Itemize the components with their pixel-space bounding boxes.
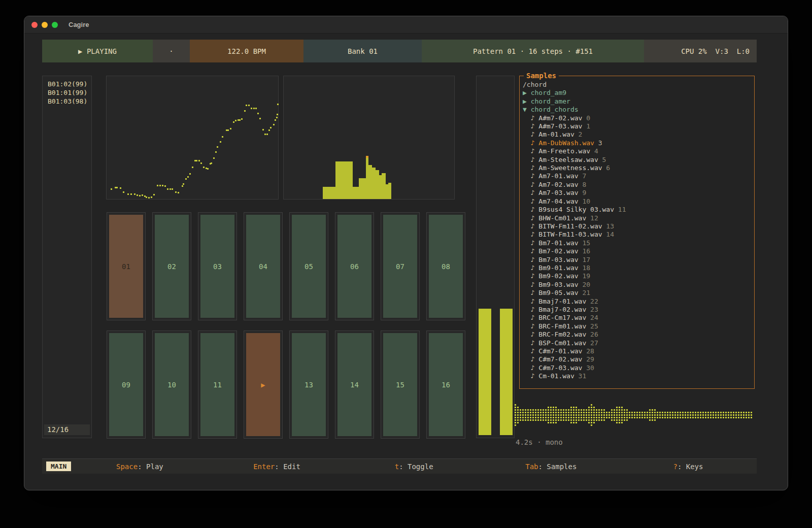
waveform-dot (629, 412, 630, 413)
scatter-dot (196, 160, 197, 161)
samples-folder-row[interactable]: ▼ chord_chords (523, 106, 754, 114)
minimize-window-button[interactable] (42, 22, 48, 28)
waveform-dot (652, 414, 653, 416)
scatter-dot (270, 127, 272, 128)
waveform-dot (543, 417, 544, 418)
close-window-button[interactable] (31, 22, 38, 28)
samples-file-row[interactable]: ♪ Am-Freeto.wav 4 (523, 147, 754, 155)
samples-file-row[interactable]: ♪ B9sus4 Silky 03.wav 11 (523, 206, 754, 214)
samples-file-row[interactable]: ♪ Bm7-01.wav 15 (523, 239, 754, 247)
samples-file-row[interactable]: ♪ Bmaj7-01.wav 22 (523, 298, 754, 306)
waveform-dot (598, 419, 600, 421)
samples-file-row[interactable]: ♪ Am7-02.wav 8 (523, 181, 754, 189)
samples-file-row[interactable]: ♪ BITW-Fm11-02.wav 13 (523, 222, 754, 230)
pad-cell-9[interactable]: 09 (107, 331, 146, 439)
waveform-dot (608, 412, 610, 413)
scatter-dot (215, 151, 217, 153)
samples-file-row[interactable]: ♪ Bm7-02.wav 16 (523, 247, 754, 255)
histogram-bar (388, 183, 391, 199)
samples-folder-row[interactable]: ▶ chord_amer (523, 97, 754, 106)
waveform-dot (639, 414, 640, 416)
waveform-dot (555, 419, 557, 421)
pad-cell-10[interactable]: 10 (152, 331, 191, 439)
pad-cell-6[interactable]: 06 (335, 212, 374, 320)
waveform-dot (573, 419, 574, 421)
scatter-dot (192, 167, 193, 168)
samples-file-row[interactable]: ♪ C#m7-03.wav 30 (523, 364, 754, 372)
samples-file-row[interactable]: ♪ Cm-01.wav 31 (523, 372, 754, 380)
pad-cell-15[interactable]: 15 (381, 331, 420, 439)
samples-file-row[interactable]: ♪ Bm9-01.wav 18 (523, 264, 754, 272)
file-index: 4 (590, 147, 598, 155)
samples-file-row-selected[interactable]: ♪ Am-DubWash.wav 3 (523, 139, 754, 147)
waveform-dot (588, 419, 590, 421)
waveform-dot (515, 404, 516, 406)
samples-file-row[interactable]: ♪ BHW-Cm01.wav 12 (523, 214, 754, 222)
samples-file-row[interactable]: ♪ BRC-Cm17.wav 24 (523, 314, 754, 322)
samples-file-row[interactable]: ♪ Am-01.wav 2 (523, 130, 754, 139)
scatter-dot (230, 128, 231, 129)
samples-file-row[interactable]: ♪ BRC-Fm02.wav 26 (523, 331, 754, 339)
samples-file-row[interactable]: ♪ Am7-01.wav 7 (523, 172, 754, 180)
waveform-dot (705, 414, 706, 416)
samples-file-row[interactable]: ♪ C#m7-01.wav 28 (523, 347, 754, 355)
waveform-dot (667, 412, 668, 413)
waveform-dot (743, 417, 745, 418)
scatter-dot (277, 104, 279, 105)
samples-file-row[interactable]: ♪ Am7-03.wav 9 (523, 189, 754, 197)
waveform-dot (548, 409, 549, 411)
pad-cell-5[interactable]: 05 (289, 212, 328, 320)
pad-cell-4[interactable]: 04 (244, 212, 283, 320)
waveform-dot (733, 417, 734, 418)
histogram-bar (382, 173, 386, 199)
shortcut-key: t (395, 463, 399, 471)
pad-cell-2[interactable]: 02 (152, 212, 191, 320)
waveform-dot (710, 417, 712, 418)
waveform-dot (677, 414, 679, 416)
folder-name: chord_am9 (531, 89, 566, 96)
waveform-dot (548, 419, 549, 421)
pad-cell-16[interactable]: 16 (426, 331, 465, 439)
file-name: Bm9-02.wav (538, 272, 578, 280)
waveform-dot (702, 417, 704, 418)
samples-file-list: /chord▶ chord_am9▶ chord_amer▼ chord_cho… (523, 81, 754, 381)
samples-file-row[interactable]: ♪ A#m7-03.wav 1 (523, 122, 754, 130)
samples-file-row[interactable]: ♪ Bm9-03.wav 20 (523, 281, 754, 289)
waveform-dot (728, 417, 729, 418)
pad-cell-13[interactable]: 13 (289, 331, 328, 439)
samples-file-row[interactable]: ♪ C#m7-02.wav 29 (523, 355, 754, 364)
pad-cell-1[interactable]: 01 (107, 212, 146, 320)
samples-folder-row[interactable]: ▶ chord_am9 (523, 89, 754, 97)
samples-file-row[interactable]: ♪ BSP-Cm01.wav 27 (523, 339, 754, 347)
step-counter: 12/16 (44, 424, 90, 435)
pad-cell-12[interactable]: ▶ (244, 331, 283, 439)
waveform-dot (619, 409, 620, 411)
samples-file-row[interactable]: ♪ Am-Steelsaw.wav 5 (523, 156, 754, 164)
waveform-dot (532, 414, 534, 416)
waveform-dot (591, 407, 592, 408)
pad-cell-7[interactable]: 07 (381, 212, 420, 320)
waveform-dot (515, 422, 516, 423)
waveform-dot (593, 414, 595, 416)
waveform-dot (702, 414, 704, 416)
samples-file-row[interactable]: ♪ A#m7-02.wav 0 (523, 114, 754, 122)
pad-cell-11[interactable]: 11 (198, 331, 237, 439)
samples-file-row[interactable]: ♪ Am-Sweetness.wav 6 (523, 164, 754, 172)
pad-cell-14[interactable]: 14 (335, 331, 374, 439)
pad-cell-8[interactable]: 08 (426, 212, 465, 320)
waveform-dot (713, 412, 714, 413)
samples-file-row[interactable]: ♪ Am7-04.wav 10 (523, 197, 754, 206)
waveform-dot (591, 414, 592, 416)
samples-file-row[interactable]: ♪ Bm9-02.wav 19 (523, 272, 754, 280)
samples-file-row[interactable]: ♪ Bm9-05.wav 21 (523, 289, 754, 297)
samples-file-row[interactable]: ♪ BITW-Fm11-03.wav 14 (523, 230, 754, 239)
samples-file-row[interactable]: ♪ BRC-Fm01.wav 25 (523, 322, 754, 331)
waveform-dot (581, 419, 582, 421)
zoom-window-button[interactable] (52, 22, 58, 28)
pad-cell-3[interactable]: 03 (198, 212, 237, 320)
samples-file-row[interactable]: ♪ Bmaj7-02.wav 23 (523, 306, 754, 314)
samples-file-row[interactable]: ♪ Bm7-03.wav 17 (523, 256, 754, 264)
waveform-dot (723, 414, 724, 416)
file-index: 22 (586, 298, 598, 305)
waveform-dot (624, 409, 625, 411)
